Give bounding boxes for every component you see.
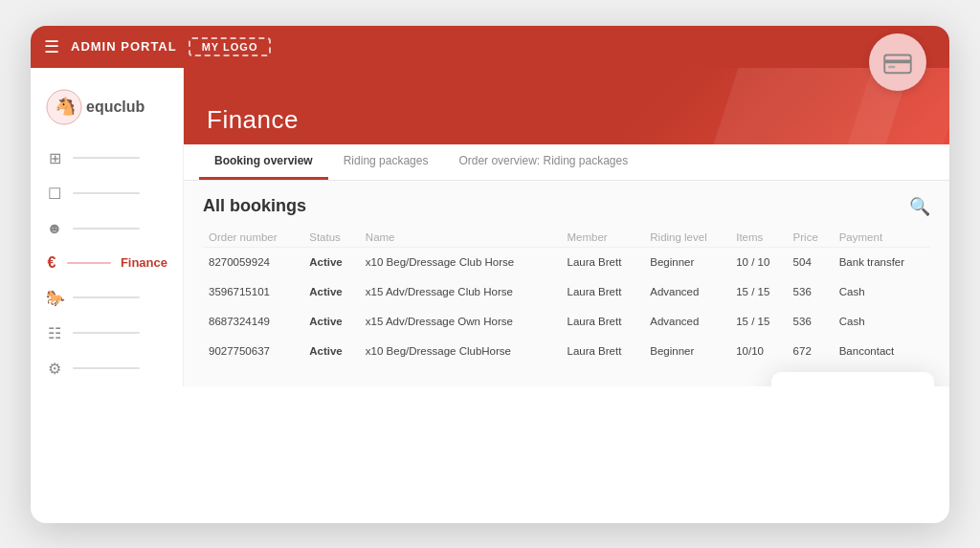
nav-line bbox=[67, 262, 111, 264]
sidebar-item-horse[interactable]: 🐎 bbox=[31, 280, 183, 316]
top-bar: ☰ ADMIN PORTAL MY LOGO bbox=[31, 26, 949, 68]
cell-name: x15 Adv/Dressage Club Horse bbox=[360, 276, 562, 306]
nav-line bbox=[73, 228, 140, 230]
cell-items: 15 / 15 bbox=[730, 276, 787, 306]
cell-status: Active bbox=[303, 306, 360, 336]
nav-line bbox=[73, 332, 140, 334]
nav-line bbox=[73, 157, 140, 159]
svg-rect-0 bbox=[884, 55, 911, 73]
cell-items: 15 / 15 bbox=[730, 306, 787, 336]
main-content: Finance Booking overview Riding packages… bbox=[184, 68, 949, 386]
cell-payment: Cash bbox=[834, 306, 930, 336]
tab-riding-packages[interactable]: Riding packages bbox=[328, 144, 444, 180]
cell-price: 672 bbox=[788, 336, 834, 365]
tabs-bar: Booking overview Riding packages Order o… bbox=[184, 144, 949, 181]
sidebar-item-contacts[interactable]: ☻ bbox=[31, 211, 183, 246]
col-price: Price bbox=[788, 228, 834, 248]
nav-line bbox=[73, 192, 140, 194]
col-items: Items bbox=[730, 228, 787, 248]
cell-status: Active bbox=[303, 276, 360, 306]
sidebar-item-finance[interactable]: € Finance bbox=[31, 246, 183, 280]
sidebar-item-notes[interactable]: ☷ bbox=[31, 316, 183, 351]
logo-badge: MY LOGO bbox=[189, 37, 272, 56]
cell-name: x15 Adv/Dressage Own Horse bbox=[360, 306, 562, 336]
col-payment: Payment bbox=[834, 228, 930, 248]
avatar-circle bbox=[869, 33, 926, 91]
cell-member: Laura Brett bbox=[562, 306, 645, 336]
col-order-number: Order number bbox=[203, 228, 303, 248]
cell-order: 8687324149 bbox=[203, 306, 303, 336]
cell-name: x10 Beg/Dressage Club Horse bbox=[360, 247, 562, 276]
horse-icon: 🐎 bbox=[46, 289, 63, 307]
cell-member: Laura Brett bbox=[562, 336, 645, 365]
cell-price: 536 bbox=[788, 306, 834, 336]
tab-booking-overview[interactable]: Booking overview bbox=[199, 144, 328, 180]
sidebar-logo-text: equclub bbox=[86, 99, 145, 116]
cell-items: 10/10 bbox=[730, 336, 787, 365]
sidebar-item-settings[interactable]: ⚙ bbox=[31, 351, 183, 386]
cell-member: Laura Brett bbox=[562, 276, 645, 306]
status-popup: Status AWAIT PAYMENT CANCELLED PAID REFU… bbox=[771, 372, 934, 386]
status-popup-title: Status bbox=[787, 385, 919, 386]
cell-name: x10 Beg/Dressage ClubHorse bbox=[360, 336, 562, 365]
equclub-logo-img: 🐴 bbox=[46, 89, 82, 125]
col-name: Name bbox=[360, 228, 562, 248]
svg-text:🐴: 🐴 bbox=[55, 96, 77, 117]
sidebar-item-dashboard[interactable]: ⊞ bbox=[31, 141, 183, 176]
section-title: All bookings bbox=[203, 196, 930, 216]
finance-banner: Finance bbox=[184, 68, 949, 144]
sidebar-logo: 🐴 equclub bbox=[31, 77, 183, 141]
search-icon[interactable]: 🔍 bbox=[909, 196, 930, 217]
contacts-icon: ☻ bbox=[46, 220, 63, 237]
cell-payment: Cash bbox=[834, 276, 930, 306]
cell-level: Beginner bbox=[644, 247, 730, 276]
cell-price: 504 bbox=[788, 247, 834, 276]
finance-label: Finance bbox=[121, 255, 167, 270]
svg-rect-1 bbox=[884, 59, 911, 63]
col-riding-level: Riding level bbox=[644, 228, 730, 248]
admin-portal-title: ADMIN PORTAL bbox=[71, 39, 177, 54]
col-status: Status bbox=[303, 228, 360, 248]
table-section: All bookings 🔍 Order number Status Name … bbox=[184, 181, 949, 381]
hamburger-icon[interactable]: ☰ bbox=[44, 36, 59, 57]
col-member: Member bbox=[562, 228, 645, 248]
cell-member: Laura Brett bbox=[562, 247, 645, 276]
table-row[interactable]: 8270059924 Active x10 Beg/Dressage Club … bbox=[203, 247, 930, 276]
dashboard-icon: ⊞ bbox=[46, 149, 63, 167]
cell-order: 8270059924 bbox=[203, 247, 303, 276]
sidebar: 🐴 equclub ⊞ ☐ ☻ € bbox=[31, 68, 184, 386]
cell-status: Active bbox=[303, 336, 360, 365]
nav-line bbox=[73, 296, 140, 298]
nav-line bbox=[73, 367, 140, 369]
cell-level: Advanced bbox=[644, 276, 730, 306]
settings-icon: ⚙ bbox=[46, 360, 63, 378]
notes-icon: ☷ bbox=[46, 324, 63, 342]
table-row[interactable]: 3596715101 Active x15 Adv/Dressage Club … bbox=[203, 276, 930, 306]
tab-order-overview[interactable]: Order overview: Riding packages bbox=[443, 144, 643, 180]
bookings-table: Order number Status Name Member Riding l… bbox=[203, 228, 930, 365]
cell-order: 9027750637 bbox=[203, 336, 303, 365]
cell-price: 536 bbox=[788, 276, 834, 306]
calendar-icon: ☐ bbox=[46, 185, 63, 203]
cell-status: Active bbox=[303, 247, 360, 276]
cell-payment: Bank transfer bbox=[834, 247, 930, 276]
cell-level: Beginner bbox=[644, 336, 730, 365]
cell-payment: Bancontact bbox=[834, 336, 930, 365]
table-row[interactable]: 9027750637 Active x10 Beg/Dressage ClubH… bbox=[203, 336, 930, 365]
svg-rect-2 bbox=[888, 65, 896, 68]
sidebar-nav: ⊞ ☐ ☻ € Finance 🐎 bbox=[31, 141, 183, 386]
finance-icon: € bbox=[46, 254, 57, 272]
sidebar-item-calendar[interactable]: ☐ bbox=[31, 176, 183, 211]
cell-level: Advanced bbox=[644, 306, 730, 336]
finance-banner-title: Finance bbox=[207, 105, 299, 135]
cell-items: 10 / 10 bbox=[730, 247, 787, 276]
cell-order: 3596715101 bbox=[203, 276, 303, 306]
table-row[interactable]: 8687324149 Active x15 Adv/Dressage Own H… bbox=[203, 306, 930, 336]
